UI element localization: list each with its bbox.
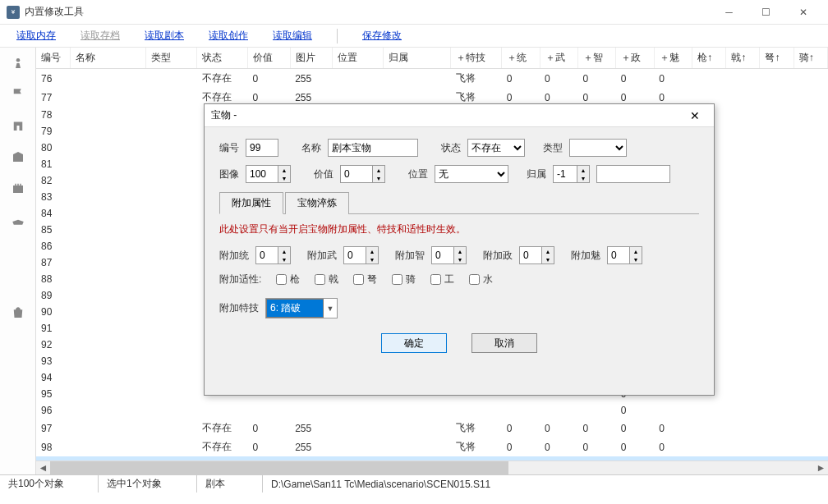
tab-refine[interactable]: 宝物淬炼 — [285, 192, 349, 214]
column-header[interactable]: 位置 — [333, 48, 384, 69]
scrollbar-thumb[interactable] — [50, 461, 508, 475]
svg-point-0 — [16, 58, 20, 62]
spin-value[interactable]: ▲▼ — [340, 165, 385, 183]
select-add-skill[interactable]: 6: 踏破 ▼ — [265, 298, 338, 318]
horizontal-scrollbar[interactable]: ◄ ► — [36, 460, 828, 474]
column-header[interactable]: 价值 — [248, 48, 291, 69]
dialog-close-icon[interactable]: ✕ — [683, 109, 707, 122]
sidebar — [0, 48, 36, 474]
dialog-title: 宝物 - — [211, 108, 683, 122]
spin-image[interactable]: ▲▼ — [246, 165, 291, 183]
column-header[interactable]: 骑↑ — [794, 48, 827, 69]
menu-read-save[interactable]: 读取存档 — [80, 29, 120, 43]
label-add-t: 附加统 — [219, 249, 249, 263]
sidebar-ship-icon[interactable] — [0, 204, 35, 235]
menu-save[interactable]: 保存修改 — [362, 29, 402, 43]
spin-add-t[interactable]: ▲▼ — [255, 246, 291, 264]
label-pos: 位置 — [408, 167, 428, 181]
chk-qi[interactable] — [392, 274, 402, 285]
sidebar-swords-icon[interactable] — [0, 235, 35, 266]
dialog-titlebar[interactable]: 宝物 - ✕ — [205, 104, 714, 127]
select-pos[interactable]: 无 — [435, 165, 508, 183]
sidebar-flag-icon[interactable] — [0, 79, 35, 110]
scroll-right-icon[interactable]: ► — [814, 461, 828, 475]
column-header[interactable]: 弩↑ — [760, 48, 794, 69]
column-header[interactable]: 戟↑ — [726, 48, 760, 69]
column-header[interactable]: 编号 — [36, 48, 70, 69]
column-header[interactable]: ＋政 — [616, 48, 654, 69]
menu-read-edit[interactable]: 读取编辑 — [273, 29, 312, 43]
input-id[interactable] — [246, 139, 278, 157]
column-header[interactable]: 类型 — [146, 48, 197, 69]
column-header[interactable]: 归属 — [383, 48, 450, 69]
spin-down-icon[interactable]: ▼ — [373, 174, 384, 182]
column-header[interactable]: 枪↑ — [692, 48, 726, 69]
label-add-zh: 附加政 — [483, 249, 513, 263]
chk-ji[interactable] — [315, 274, 325, 285]
dialog-note: 此处设置只有当开启宝物附加属性、特技和适性时生效。 — [219, 222, 699, 236]
column-header[interactable]: ＋武 — [540, 48, 577, 69]
sidebar-castle-icon[interactable] — [0, 172, 35, 204]
spin-up-icon[interactable]: ▲ — [278, 166, 290, 174]
label-aptitude: 附加适性: — [219, 273, 261, 286]
spin-owner[interactable]: ▲▼ — [553, 165, 590, 183]
chk-gong[interactable] — [430, 274, 441, 285]
table-row[interactable]: 97不存在0255飞将00000 — [36, 419, 828, 438]
column-header[interactable]: ＋智 — [577, 48, 615, 69]
maximize-button[interactable]: ☐ — [748, 0, 784, 25]
sidebar-gate-icon[interactable] — [0, 110, 35, 141]
column-header[interactable]: 图片 — [290, 48, 333, 69]
spin-down-icon[interactable]: ▼ — [577, 174, 589, 182]
sidebar-pawn-icon[interactable] — [0, 48, 35, 79]
spin-up-icon[interactable]: ▲ — [373, 166, 384, 174]
column-header[interactable]: ＋特技 — [451, 48, 502, 69]
status-type: 剧本 — [197, 475, 263, 493]
column-header[interactable]: 名称 — [70, 48, 146, 69]
chevron-down-icon[interactable]: ▼ — [324, 305, 337, 313]
spin-add-zh[interactable]: ▲▼ — [519, 246, 554, 264]
column-header[interactable]: ＋魅 — [654, 48, 692, 69]
spin-add-w[interactable]: ▲▼ — [343, 246, 379, 264]
table-row[interactable]: 98不存在0255飞将00000 — [36, 438, 828, 456]
tab-attributes[interactable]: 附加属性 — [219, 192, 283, 214]
menu-read-create[interactable]: 读取创作 — [209, 29, 248, 43]
menu-read-script[interactable]: 读取剧本 — [145, 29, 184, 43]
input-owner-name[interactable] — [596, 165, 670, 183]
label-type: 类型 — [543, 141, 563, 155]
sidebar-grid-icon[interactable] — [0, 266, 35, 297]
chk-shui[interactable] — [469, 274, 480, 285]
label-image: 图像 — [219, 167, 239, 181]
select-state[interactable]: 不存在 — [467, 139, 525, 157]
spin-add-m[interactable]: ▲▼ — [607, 246, 642, 264]
chk-qiang[interactable] — [276, 274, 287, 285]
chk-nu[interactable] — [353, 274, 364, 285]
window-title: 内置修改工具 — [25, 5, 711, 19]
ok-button[interactable]: 确定 — [381, 333, 447, 353]
spin-down-icon[interactable]: ▼ — [278, 174, 290, 182]
label-add-w: 附加武 — [307, 249, 337, 263]
scroll-left-icon[interactable]: ◄ — [36, 461, 50, 475]
sidebar-bag-icon[interactable] — [0, 297, 35, 328]
sidebar-arch-icon[interactable] — [0, 141, 35, 172]
minimize-button[interactable]: ─ — [711, 0, 748, 25]
label-name: 名称 — [301, 141, 321, 155]
cancel-button[interactable]: 取消 — [472, 333, 537, 353]
table-row[interactable]: 76不存在0255飞将00000 — [36, 69, 828, 89]
menubar: 读取内存 读取存档 读取剧本 读取创作 读取编辑 保存修改 — [0, 25, 828, 48]
label-add-m: 附加魅 — [571, 249, 600, 263]
label-id: 编号 — [219, 141, 239, 155]
dialog-tabs: 附加属性 宝物淬炼 — [219, 191, 699, 214]
status-path: D:\Game\San11 Tc\Media\scenario\SCEN015.… — [263, 475, 828, 493]
close-button[interactable]: ✕ — [784, 0, 821, 25]
input-name[interactable] — [328, 139, 418, 157]
spin-up-icon[interactable]: ▲ — [577, 166, 589, 174]
label-add-skill: 附加特技 — [219, 301, 259, 315]
column-header[interactable]: 状态 — [197, 48, 248, 69]
menu-read-memory[interactable]: 读取内存 — [16, 29, 56, 43]
select-type[interactable] — [569, 139, 627, 157]
table-row[interactable]: 960 — [36, 402, 828, 419]
label-state: 状态 — [441, 141, 461, 155]
spin-add-z[interactable]: ▲▼ — [431, 246, 467, 264]
label-add-z: 附加智 — [395, 249, 425, 263]
column-header[interactable]: ＋统 — [502, 48, 540, 69]
